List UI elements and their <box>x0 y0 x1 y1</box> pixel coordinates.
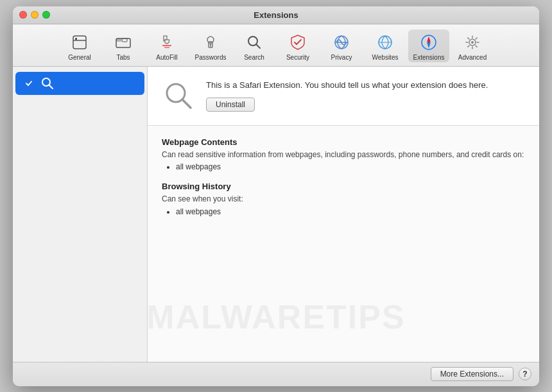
maximize-button[interactable] <box>42 11 50 19</box>
svg-line-35 <box>182 99 191 108</box>
svg-line-11 <box>256 44 260 48</box>
svg-line-30 <box>468 46 469 47</box>
passwords-icon <box>200 32 221 53</box>
browsing-history-desc: Can see when you visit: <box>162 194 525 205</box>
toolbar-item-privacy[interactable]: Privacy <box>321 30 362 62</box>
svg-rect-2 <box>75 38 77 40</box>
safari-preferences-window: Extensions General Tabs <box>13 6 539 386</box>
websites-icon <box>375 32 395 53</box>
svg-point-20 <box>428 41 430 43</box>
general-label: General <box>68 54 91 61</box>
svg-line-27 <box>468 37 469 38</box>
toolbar-item-tabs[interactable]: Tabs <box>103 30 144 62</box>
security-label: Security <box>286 54 309 61</box>
extensions-icon <box>418 32 439 53</box>
footer: More Extensions... ? <box>13 362 539 386</box>
security-icon <box>288 32 308 53</box>
enabled-check-icon <box>23 78 35 89</box>
svg-line-28 <box>476 46 477 47</box>
webpage-contents-item: all webpages <box>176 162 525 171</box>
toolbar-item-search[interactable]: Search <box>234 30 275 62</box>
tabs-icon <box>113 32 134 53</box>
browsing-history-list: all webpages <box>176 207 525 216</box>
window-title: Extensions <box>254 10 298 20</box>
toolbar-item-general[interactable]: General <box>59 30 100 62</box>
webpage-contents-list: all webpages <box>176 162 525 171</box>
extension-header: This is a Safari Extension. You should t… <box>148 67 539 126</box>
webpage-contents-title: Webpage Contents <box>162 137 525 147</box>
main-content: This is a Safari Extension. You should t… <box>13 67 539 362</box>
help-button[interactable]: ? <box>519 368 531 380</box>
browsing-history-title: Browsing History <box>162 182 525 191</box>
more-extensions-button[interactable]: More Extensions... <box>431 367 513 381</box>
right-panel: This is a Safari Extension. You should t… <box>148 67 539 362</box>
svg-rect-31 <box>24 79 33 88</box>
toolbar-item-websites[interactable]: Websites <box>365 30 406 62</box>
search-label: Search <box>244 54 264 61</box>
general-icon <box>69 32 90 53</box>
svg-point-8 <box>210 43 212 45</box>
uninstall-button[interactable]: Uninstall <box>206 98 255 112</box>
sidebar-item-search-ext[interactable] <box>15 72 144 95</box>
permission-group-webpage: Webpage Contents Can read sensitive info… <box>162 137 525 172</box>
toolbar-item-autofill[interactable]: AutoFill <box>146 30 187 62</box>
search-ext-icon <box>40 76 55 91</box>
permission-group-history: Browsing History Can see when you visit:… <box>162 182 525 216</box>
autofill-label: AutoFill <box>156 54 177 61</box>
svg-point-22 <box>471 41 474 44</box>
svg-line-29 <box>476 37 477 38</box>
search-toolbar-icon <box>244 32 264 53</box>
svg-rect-0 <box>73 36 86 49</box>
browsing-history-item: all webpages <box>176 207 525 216</box>
webpage-contents-desc: Can read sensitive information from webp… <box>162 149 525 160</box>
sidebar <box>13 67 148 362</box>
minimize-button[interactable] <box>31 11 39 19</box>
close-button[interactable] <box>19 11 27 19</box>
privacy-icon <box>331 32 352 53</box>
extension-description: This is a Safari Extension. You should t… <box>206 80 526 91</box>
toolbar: General Tabs Auto <box>13 24 539 67</box>
permissions-section: Webpage Contents Can read sensitive info… <box>148 126 539 362</box>
toolbar-item-security[interactable]: Security <box>277 30 318 62</box>
advanced-icon <box>462 32 483 53</box>
advanced-label: Advanced <box>458 54 487 61</box>
autofill-icon <box>157 32 177 53</box>
svg-line-13 <box>297 40 301 44</box>
tabs-label: Tabs <box>116 54 130 61</box>
passwords-label: Passwords <box>195 54 227 61</box>
svg-line-33 <box>49 85 53 89</box>
toolbar-item-passwords[interactable]: Passwords <box>190 30 231 62</box>
svg-rect-4 <box>116 38 121 42</box>
title-bar: Extensions <box>13 6 539 24</box>
extensions-label: Extensions <box>413 54 445 61</box>
extension-info: This is a Safari Extension. You should t… <box>206 80 526 112</box>
websites-label: Websites <box>372 54 399 61</box>
toolbar-item-extensions[interactable]: Extensions <box>408 30 449 62</box>
privacy-label: Privacy <box>331 54 352 61</box>
toolbar-item-advanced[interactable]: Advanced <box>452 30 493 62</box>
extension-big-icon <box>160 78 196 114</box>
traffic-lights <box>19 11 50 19</box>
